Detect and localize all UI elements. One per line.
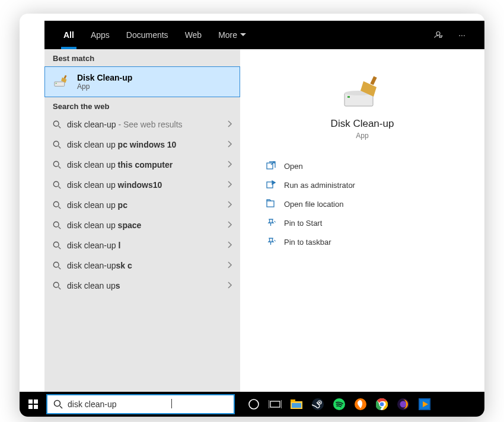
options-icon[interactable]: ··· [450,30,474,40]
disk-cleanup-icon [339,75,386,111]
svg-rect-35 [270,401,280,407]
web-suggestion[interactable]: disk clean up pc [44,195,240,215]
action-label: Open file location [284,200,343,209]
svg-point-43 [319,402,321,404]
web-suggestion[interactable]: disk clean up pc windows 10 [44,135,240,155]
best-match-item[interactable]: Disk Clean-up App [44,66,240,97]
taskbar-search[interactable] [46,394,235,414]
file-explorer-icon[interactable] [288,396,305,413]
svg-point-32 [55,401,60,407]
svg-point-3 [53,121,59,126]
section-best-match: Best match [44,49,240,66]
detail-subtitle: App [356,132,368,140]
cortana-icon[interactable] [245,396,262,413]
web-suggestion[interactable]: disk clean up windows10 [44,175,240,195]
svg-line-4 [59,126,61,129]
svg-rect-31 [34,405,38,409]
svg-point-50 [400,401,407,408]
action-open[interactable]: Open [266,156,475,175]
svg-rect-30 [28,405,33,409]
steam-icon[interactable] [310,396,326,413]
svg-point-17 [53,262,59,267]
web-suggestion[interactable]: disk clean ups [44,276,240,296]
firefox-icon[interactable] [395,396,412,413]
suggestion-text: disk clean-up - See web results [67,120,221,129]
tab-documents[interactable]: Documents [118,21,177,49]
svg-point-7 [53,161,59,167]
svg-line-6 [59,146,61,149]
web-suggestion[interactable]: disk clean-up - See web results [44,114,240,135]
web-suggestion[interactable]: disk clean up space [44,215,240,235]
search-icon [53,399,63,409]
spotify-icon[interactable] [331,396,347,413]
svg-line-16 [59,247,61,250]
action-label: Run as administrator [284,181,355,190]
svg-rect-40 [292,403,301,408]
action-admin[interactable]: Run as administrator [266,175,475,194]
chevron-right-icon [227,220,232,230]
svg-line-18 [59,267,61,270]
chevron-right-icon [227,281,232,290]
chevron-right-icon [227,200,232,210]
tab-web[interactable]: Web [177,21,210,49]
disk-cleanup-icon [53,75,70,89]
best-match-title: Disk Clean-up [77,73,132,82]
action-label: Pin to taskbar [284,238,331,247]
svg-point-11 [53,202,59,207]
action-pinstart[interactable]: Pin to Start [266,213,475,232]
svg-point-41 [312,398,324,410]
suggestion-text: disk clean up windows10 [67,180,221,190]
task-view-icon[interactable] [267,396,283,413]
tab-more[interactable]: More [210,21,254,49]
taskbar [20,392,484,417]
search-input[interactable] [68,399,171,409]
suggestion-text: disk clean-upsk c [67,261,221,270]
svg-point-15 [53,242,59,247]
svg-rect-1 [56,83,57,84]
chevron-right-icon [227,120,232,129]
svg-point-9 [53,181,59,187]
svg-line-10 [59,187,61,189]
svg-rect-0 [55,82,65,86]
svg-rect-27 [267,201,274,207]
avast-icon[interactable] [352,396,369,413]
chrome-icon[interactable] [374,396,390,413]
web-suggestion[interactable]: disk clean up this computer [44,155,240,175]
chevron-right-icon [227,261,232,270]
result-detail: Disk Clean-up App OpenRun as administrat… [240,49,484,392]
action-pintask[interactable]: Pin to taskbar [266,232,475,251]
detail-title: Disk Clean-up [331,118,394,130]
search-panel: All Apps Documents Web More ··· Best mat… [44,21,484,392]
svg-point-34 [249,399,259,409]
action-folder[interactable]: Open file location [266,194,475,213]
admin-icon [266,180,276,190]
web-suggestion[interactable]: disk clean-up l [44,235,240,255]
section-web: Search the web [44,97,240,114]
chevron-right-icon [227,180,232,190]
tab-apps[interactable]: Apps [82,21,118,49]
tab-all[interactable]: All [55,21,82,49]
folder-icon [266,199,276,209]
suggestion-text: disk clean up space [67,220,221,230]
web-suggestion[interactable]: disk clean-upsk c [44,255,240,276]
feedback-icon[interactable] [426,29,450,41]
media-player-icon[interactable] [416,396,433,413]
svg-rect-28 [28,399,33,404]
search-tabs: All Apps Documents Web More ··· [44,21,484,49]
svg-rect-2 [64,75,67,79]
suggestion-text: disk clean-up l [67,241,221,250]
svg-rect-39 [291,399,295,402]
svg-line-20 [59,287,61,290]
svg-rect-24 [370,76,377,85]
pinstart-icon [266,219,276,228]
suggestion-text: disk clean ups [67,281,221,290]
results-list: Best match Disk Clean-up App Search the … [44,49,240,392]
start-button[interactable] [21,392,45,417]
chevron-right-icon [227,160,232,170]
chevron-right-icon [227,140,232,149]
svg-line-14 [59,227,61,229]
svg-point-13 [53,222,59,227]
chevron-right-icon [227,241,232,250]
open-icon [266,161,276,171]
pintask-icon [266,238,276,247]
